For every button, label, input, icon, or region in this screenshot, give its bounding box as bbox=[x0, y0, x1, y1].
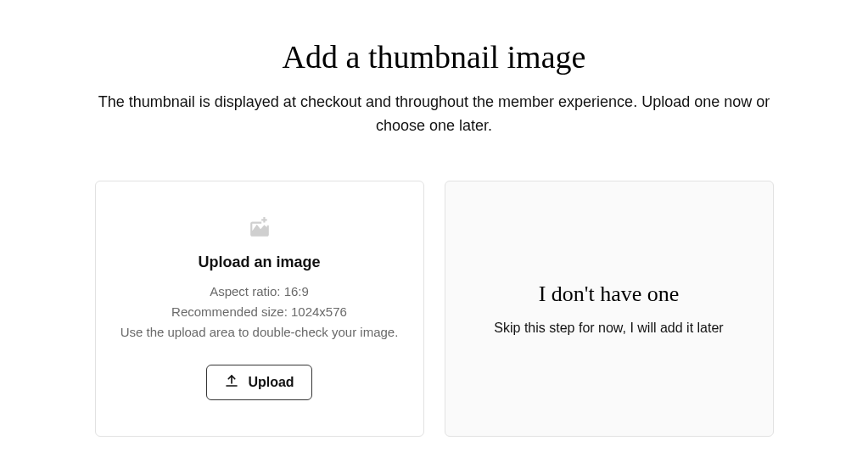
image-add-icon bbox=[249, 216, 271, 238]
page-subtitle: The thumbnail is displayed at checkout a… bbox=[82, 91, 787, 138]
page-title: Add a thumbnail image bbox=[283, 38, 586, 75]
cards-row: Upload an image Aspect ratio: 16:9 Recom… bbox=[95, 181, 774, 437]
upload-button[interactable]: Upload bbox=[206, 365, 311, 400]
upload-card-title: Upload an image bbox=[198, 254, 320, 271]
skip-card[interactable]: I don't have one Skip this step for now,… bbox=[445, 181, 774, 437]
skip-card-description: Skip this step for now, I will add it la… bbox=[494, 321, 723, 336]
upload-button-label: Upload bbox=[248, 375, 294, 390]
upload-card: Upload an image Aspect ratio: 16:9 Recom… bbox=[95, 181, 424, 437]
upload-helper-text: Use the upload area to double-check your… bbox=[120, 325, 399, 339]
skip-card-title: I don't have one bbox=[539, 282, 680, 307]
upload-help-text: Aspect ratio: 16:9 Recommended size: 102… bbox=[120, 282, 399, 343]
upload-arrow-icon bbox=[224, 373, 239, 392]
recommended-size-text: Recommended size: 1024x576 bbox=[171, 304, 347, 319]
aspect-ratio-text: Aspect ratio: 16:9 bbox=[210, 284, 309, 298]
